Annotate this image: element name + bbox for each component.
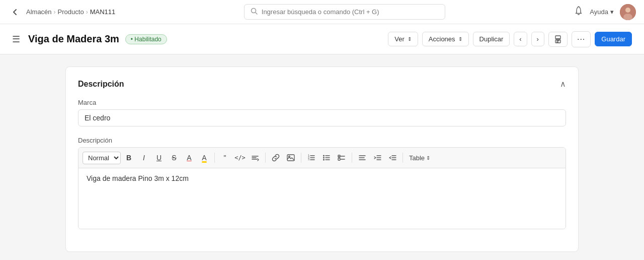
avatar	[620, 4, 636, 20]
ordered-list-button[interactable]: 1.2.3.	[304, 151, 318, 165]
align-button[interactable]	[355, 151, 369, 165]
topnav-right: Ayuda ▾	[574, 4, 636, 20]
italic-button[interactable]: I	[137, 151, 151, 165]
table-chevron-icon: ⇕	[426, 155, 430, 161]
search-icon	[251, 8, 258, 16]
indent-in-button[interactable]	[385, 151, 399, 165]
guardar-button[interactable]: Guardar	[595, 32, 632, 46]
print-button[interactable]	[548, 32, 568, 47]
svg-rect-4	[555, 36, 560, 39]
collapse-icon[interactable]: ∧	[560, 79, 566, 89]
menu-icon[interactable]: ☰	[12, 34, 20, 45]
svg-rect-6	[556, 40, 559, 41]
page-header-left: ☰ Viga de Madera 3m • Habilitado	[12, 33, 167, 45]
acciones-button[interactable]: Acciones ⇕	[422, 32, 469, 46]
strikethrough-button[interactable]: S	[167, 151, 181, 165]
next-icon: ›	[537, 35, 539, 43]
breadcrumb-producto[interactable]: Producto	[58, 8, 84, 16]
section-header: Descripción ∧	[78, 79, 566, 89]
search-box	[244, 4, 445, 20]
toolbar-sep-4	[352, 153, 352, 163]
search-input[interactable]	[262, 8, 439, 16]
ver-button[interactable]: Ver ⇕	[388, 32, 418, 46]
back-button[interactable]	[8, 5, 22, 19]
acciones-chevron-icon: ⇕	[458, 36, 462, 42]
table-label: Table	[409, 154, 425, 162]
descripcion-label: Descripción	[78, 137, 566, 144]
breadcrumb: Almacén › Producto › MAN111	[26, 8, 115, 16]
indent-out-button[interactable]	[370, 151, 384, 165]
checklist-button[interactable]	[335, 151, 349, 165]
page-header: ☰ Viga de Madera 3m • Habilitado Ver ⇕ A…	[0, 24, 644, 54]
unordered-list-button[interactable]	[319, 151, 334, 165]
breadcrumb-sep-1: ›	[54, 9, 56, 16]
svg-point-13	[323, 155, 325, 157]
more-button[interactable]: ···	[572, 31, 591, 47]
more-icon: ···	[577, 35, 585, 44]
duplicar-label: Duplicar	[479, 35, 504, 43]
svg-rect-7	[556, 41, 558, 42]
topnav-left: Almacén › Producto › MAN111	[8, 5, 115, 19]
svg-text:3.: 3.	[308, 158, 310, 161]
ver-label: Ver	[394, 35, 405, 43]
rtl-button[interactable]	[248, 151, 262, 165]
page-header-right: Ver ⇕ Acciones ⇕ Duplicar ‹ › ···	[388, 31, 632, 47]
svg-point-14	[323, 157, 325, 159]
page-title: Viga de Madera 3m	[28, 33, 119, 45]
prev-icon: ‹	[519, 35, 521, 43]
breadcrumb-sep-2: ›	[86, 9, 88, 16]
notification-button[interactable]	[574, 6, 584, 18]
section-title: Descripción	[78, 80, 124, 89]
svg-rect-17	[338, 158, 340, 160]
marca-field-group: Marca	[78, 99, 566, 126]
link-button[interactable]	[269, 151, 283, 165]
toolbar-sep-2	[265, 153, 266, 163]
code-button[interactable]: </>	[233, 151, 247, 165]
description-card: Descripción ∧ Marca Descripción Normal B…	[65, 67, 579, 252]
acciones-label: Acciones	[429, 35, 455, 43]
breadcrumb-man111: MAN111	[90, 8, 116, 16]
status-badge: • Habilitado	[125, 34, 167, 44]
svg-rect-5	[555, 40, 560, 43]
quote-button[interactable]: "	[218, 151, 232, 165]
format-select[interactable]: Normal	[83, 152, 121, 164]
svg-point-0	[251, 9, 256, 13]
font-color-button[interactable]: A	[182, 151, 196, 165]
highlight-button[interactable]: A	[197, 151, 211, 165]
main-content: Descripción ∧ Marca Descripción Normal B…	[0, 54, 644, 260]
editor-content[interactable]: Viga de madera Pino 3m x 12cm	[78, 168, 566, 229]
svg-point-15	[323, 159, 325, 161]
toolbar-sep-5	[403, 153, 403, 163]
marca-label: Marca	[78, 99, 566, 106]
marca-input[interactable]	[78, 109, 566, 126]
ayuda-button[interactable]: Ayuda ▾	[590, 8, 614, 16]
topnav: Almacén › Producto › MAN111 Ayuda	[0, 0, 644, 24]
prev-button[interactable]: ‹	[514, 32, 527, 46]
image-button[interactable]	[284, 151, 298, 165]
toolbar-sep-3	[301, 153, 301, 163]
guardar-label: Guardar	[601, 35, 625, 43]
ayuda-label: Ayuda	[590, 8, 608, 16]
editor-text: Viga de madera Pino 3m x 12cm	[87, 174, 189, 182]
underline-button[interactable]: U	[152, 151, 166, 165]
search-container	[244, 4, 445, 20]
breadcrumb-almacen[interactable]: Almacén	[26, 8, 52, 16]
descripcion-field-group: Descripción Normal B I U S A A "	[78, 137, 566, 229]
ayuda-chevron-icon: ▾	[610, 8, 614, 16]
table-button[interactable]: Table ⇕	[406, 151, 433, 165]
ver-chevron-icon: ⇕	[408, 36, 412, 42]
bold-button[interactable]: B	[122, 151, 136, 165]
toolbar-sep-1	[214, 153, 215, 163]
duplicar-button[interactable]: Duplicar	[473, 32, 510, 46]
rich-text-editor: Normal B I U S A A " </>	[78, 147, 566, 229]
next-button[interactable]: ›	[531, 32, 544, 46]
svg-point-2	[625, 8, 630, 13]
editor-toolbar: Normal B I U S A A " </>	[78, 148, 566, 168]
